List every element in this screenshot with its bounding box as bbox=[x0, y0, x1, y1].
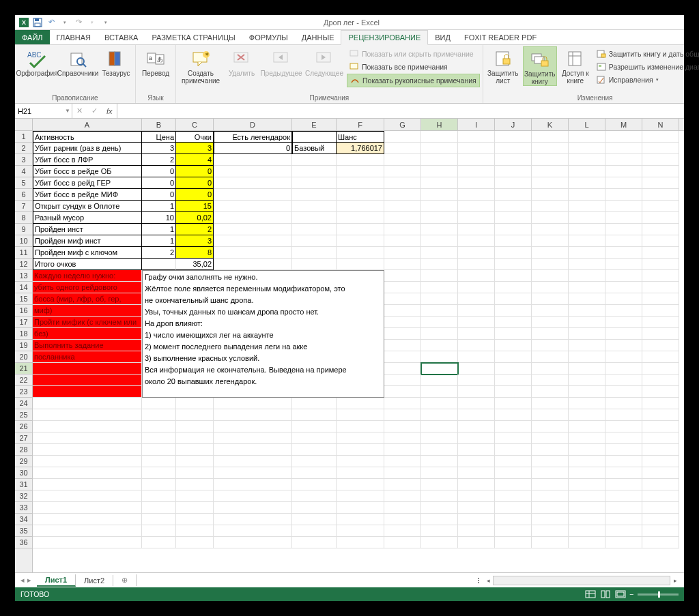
cell-D27[interactable] bbox=[214, 432, 292, 444]
col-header-D[interactable]: D bbox=[214, 119, 292, 130]
cell-G15[interactable] bbox=[384, 293, 421, 305]
cell-J28[interactable] bbox=[495, 444, 532, 456]
cell-L4[interactable] bbox=[569, 166, 605, 177]
cell-N25[interactable] bbox=[642, 409, 679, 421]
cell-K32[interactable] bbox=[532, 490, 569, 502]
cell-N16[interactable] bbox=[642, 305, 679, 317]
allow-ranges-row[interactable]: Разрешить изменение диап bbox=[594, 61, 699, 73]
cell-G30[interactable] bbox=[384, 467, 421, 479]
cell-K13[interactable] bbox=[532, 270, 569, 282]
cell-N1[interactable] bbox=[642, 131, 679, 143]
cell-C10[interactable]: 3 bbox=[176, 235, 214, 247]
cell-K8[interactable] bbox=[532, 212, 569, 224]
cell-G27[interactable] bbox=[384, 432, 421, 444]
cell-I34[interactable] bbox=[458, 514, 495, 525]
cell-J12[interactable] bbox=[495, 259, 532, 270]
cell-L27[interactable] bbox=[569, 432, 605, 444]
cell-M26[interactable] bbox=[605, 421, 642, 432]
cell-A16[interactable]: миф) bbox=[33, 305, 142, 317]
cell-E36[interactable] bbox=[292, 537, 337, 548]
cell-G20[interactable] bbox=[384, 351, 421, 363]
cell-H33[interactable] bbox=[421, 502, 458, 514]
row-header-36[interactable]: 36 bbox=[15, 537, 32, 548]
row-header-1[interactable]: 1 bbox=[15, 131, 32, 143]
cell-I26[interactable] bbox=[458, 421, 495, 432]
cell-D30[interactable] bbox=[214, 467, 292, 479]
cell-A31[interactable] bbox=[33, 479, 142, 490]
cell-L13[interactable] bbox=[569, 270, 605, 282]
cell-H26[interactable] bbox=[421, 421, 458, 432]
cell-G28[interactable] bbox=[384, 444, 421, 456]
cell-C30[interactable] bbox=[176, 467, 214, 479]
view-page-layout-icon[interactable] bbox=[598, 589, 613, 600]
col-header-L[interactable]: L bbox=[569, 119, 605, 130]
cell-M31[interactable] bbox=[605, 479, 642, 490]
new-comment-button[interactable]: ✶ Создать примечание bbox=[179, 46, 223, 85]
cell-J25[interactable] bbox=[495, 409, 532, 421]
cell-E24[interactable] bbox=[292, 398, 337, 409]
cell-I1[interactable] bbox=[458, 131, 495, 143]
cell-J19[interactable] bbox=[495, 340, 532, 351]
cell-A1[interactable]: Активность bbox=[33, 131, 142, 143]
cell-E35[interactable] bbox=[292, 525, 337, 537]
cell-H15[interactable] bbox=[421, 293, 458, 305]
cell-N7[interactable] bbox=[642, 201, 679, 212]
row-header-28[interactable]: 28 bbox=[15, 444, 32, 456]
cell-I7[interactable] bbox=[458, 201, 495, 212]
cell-G1[interactable] bbox=[384, 131, 421, 143]
cell-K12[interactable] bbox=[532, 259, 569, 270]
cell-L22[interactable] bbox=[569, 375, 605, 386]
cell-I16[interactable] bbox=[458, 305, 495, 317]
cell-G31[interactable] bbox=[384, 479, 421, 490]
cell-C5[interactable]: 0 bbox=[176, 177, 214, 189]
cell-C26[interactable] bbox=[176, 421, 214, 432]
cell-E27[interactable] bbox=[292, 432, 337, 444]
cell-L11[interactable] bbox=[569, 247, 605, 259]
cell-K31[interactable] bbox=[532, 479, 569, 490]
cell-D4[interactable] bbox=[214, 166, 292, 177]
cell-L24[interactable] bbox=[569, 398, 605, 409]
cell-A25[interactable] bbox=[33, 409, 142, 421]
cell-J18[interactable] bbox=[495, 328, 532, 340]
cell-L30[interactable] bbox=[569, 467, 605, 479]
sheet-tab-1[interactable]: Лист1 bbox=[37, 574, 76, 587]
cell-F25[interactable] bbox=[337, 409, 384, 421]
cell-K7[interactable] bbox=[532, 201, 569, 212]
row-header-30[interactable]: 30 bbox=[15, 467, 32, 479]
cell-D24[interactable] bbox=[214, 398, 292, 409]
cell-C9[interactable]: 2 bbox=[176, 224, 214, 235]
row-header-33[interactable]: 33 bbox=[15, 502, 32, 514]
cell-A12[interactable]: Итого очков bbox=[33, 259, 142, 270]
cell-H13[interactable] bbox=[421, 270, 458, 282]
cell-K10[interactable] bbox=[532, 235, 569, 247]
cell-M19[interactable] bbox=[605, 340, 642, 351]
cell-M20[interactable] bbox=[605, 351, 642, 363]
col-header-N[interactable]: N bbox=[642, 119, 679, 130]
cell-J5[interactable] bbox=[495, 177, 532, 189]
cell-L18[interactable] bbox=[569, 328, 605, 340]
redo-dd-icon[interactable]: ▾ bbox=[87, 18, 97, 27]
cell-N14[interactable] bbox=[642, 282, 679, 293]
cell-I11[interactable] bbox=[458, 247, 495, 259]
cell-H4[interactable] bbox=[421, 166, 458, 177]
cell-N21[interactable] bbox=[642, 363, 679, 375]
cell-D33[interactable] bbox=[214, 502, 292, 514]
namebox-dd-icon[interactable]: ▼ bbox=[65, 108, 70, 114]
cell-A35[interactable] bbox=[33, 525, 142, 537]
cell-B7[interactable]: 1 bbox=[142, 201, 176, 212]
cell-B32[interactable] bbox=[142, 490, 176, 502]
cell-M18[interactable] bbox=[605, 328, 642, 340]
cell-G7[interactable] bbox=[384, 201, 421, 212]
cell-H12[interactable] bbox=[421, 259, 458, 270]
cell-C36[interactable] bbox=[176, 537, 214, 548]
col-header-M[interactable]: M bbox=[605, 119, 642, 130]
row-header-31[interactable]: 31 bbox=[15, 479, 32, 490]
tab-formulas[interactable]: ФОРМУЛЫ bbox=[242, 30, 295, 44]
cell-J26[interactable] bbox=[495, 421, 532, 432]
cell-F26[interactable] bbox=[337, 421, 384, 432]
cell-A29[interactable] bbox=[33, 456, 142, 467]
translate-button[interactable]: aあ Перевод bbox=[139, 46, 173, 77]
cell-F32[interactable] bbox=[337, 490, 384, 502]
cell-E7[interactable] bbox=[292, 201, 337, 212]
cell-N31[interactable] bbox=[642, 479, 679, 490]
